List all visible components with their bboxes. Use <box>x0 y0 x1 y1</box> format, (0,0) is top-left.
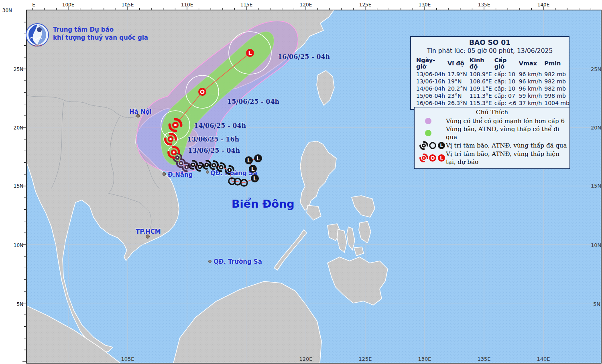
axis-left-30n-clipped: 30N <box>2 8 12 13</box>
storm-bulletin-page: L <box>0 0 602 364</box>
axis-top-140e: 140E <box>537 2 550 8</box>
axis-top-corner-e: E <box>32 2 35 8</box>
legend-item-label: Vị trí tâm bão, ATNĐ, vùng thấp hiện tại… <box>446 150 567 166</box>
axis-right-5n: 5N <box>593 301 600 307</box>
city-label-hanoi: Hà Nội <box>129 108 152 115</box>
axis-bottom-135e: 135E <box>477 356 490 362</box>
city-dot-hoang-sa <box>206 171 209 174</box>
nchmf-logo: NCHMF <box>25 22 50 48</box>
axis-right-25n: 25N <box>591 66 601 72</box>
axis-left-25n: 25N <box>14 67 23 72</box>
table-row: 15/06-04h23°N111.3°Ecấp: 0759 km/h998 mb <box>415 92 571 99</box>
storm-info-panel: BAO SO 01 Tin phát lúc: 05 giờ 00 phút, … <box>410 36 569 110</box>
axis-bottom-105e: 105E <box>121 356 134 362</box>
track-time-label-0: 13/06/25 - 04h <box>188 147 240 154</box>
axis-top-105e: 105E <box>122 2 134 8</box>
org-title-line1: Trung tâm Dự báo <box>53 26 148 34</box>
past-symbols-icon <box>419 141 446 150</box>
legend-item-wind-area: Vùng có thể có gió mạnh lớn hơn cấp 6 <box>417 117 567 125</box>
green-area-icon <box>425 130 431 136</box>
axis-top-110e: 110E <box>181 2 193 8</box>
axis-top-120e: 120E <box>300 2 312 8</box>
city-label-truong-sa: QĐ. Trường Sa <box>214 258 262 265</box>
legend-item-label: Vị trí tâm bão, ATNĐ, vùng thấp đã qua <box>446 142 567 150</box>
org-header: NCHMF Trung tâm Dự báo khí tượng thuỷ vă… <box>25 22 148 48</box>
axis-top-100e: 100E <box>62 2 75 8</box>
legend-item-forecast-position: Vị trí tâm bão, ATNĐ, vùng thấp hiện tại… <box>417 150 567 166</box>
col-time: Ngày-giờ <box>415 57 446 71</box>
axis-right-15n: 15N <box>591 183 601 189</box>
legend-item-label: Vùng bão, ATNĐ, vùng thấp có thể đi qua <box>446 125 567 141</box>
org-title-line2: khí tượng thuỷ văn quốc gia <box>53 34 148 42</box>
axis-bottom-130e: 130E <box>418 356 431 362</box>
col-pmin: Pmin <box>543 57 571 71</box>
storm-title: BAO SO 01 <box>411 38 569 47</box>
table-row: 13/06-04h17.9°N108.9°Ecấp: 1096 km/h982 … <box>415 71 571 78</box>
legend-item-label: Vùng có thể có gió mạnh lớn hơn cấp 6 <box>446 117 565 125</box>
org-title: Trung tâm Dự báo khí tượng thuỷ văn quốc… <box>53 22 148 42</box>
city-label-hcm: TP.HCM <box>136 228 161 235</box>
purple-area-icon <box>425 118 431 124</box>
axis-top-115e: 115E <box>240 2 253 8</box>
bulletin-issued-time: Tin phát lúc: 05 giờ 00 phút, 13/06/2025 <box>411 47 569 55</box>
city-label-danang: Đ.Nẵng <box>168 171 193 178</box>
forecast-symbols-icon <box>419 154 446 162</box>
col-lat: Vĩ độ <box>446 57 468 71</box>
axis-left-20n: 20N <box>14 125 23 131</box>
track-time-label-4: 16/06/25 - 04h <box>278 53 330 61</box>
col-vmax: Vmax <box>518 57 543 71</box>
axis-left-10n: 10N <box>14 243 23 248</box>
forecast-table: Ngày-giờ Vĩ độ Kinh độ Cấp gió Vmax Pmin… <box>415 57 571 107</box>
axis-right-10n: 10N <box>591 242 601 248</box>
axis-top-125e: 125E <box>359 2 372 8</box>
track-time-label-3: 15/06/25 - 04h <box>227 98 280 105</box>
axis-right-20n: 20N <box>591 125 601 131</box>
axis-bottom-120e: 120E <box>299 356 312 362</box>
axis-bottom-140e: 140E <box>537 356 550 362</box>
nchmf-logo-text: NCHMF <box>33 44 42 47</box>
track-time-label-2: 14/06/25 - 04h <box>194 122 246 129</box>
axis-left-15n: 15N <box>14 183 23 189</box>
legend-title: Chú Thích <box>417 109 567 116</box>
axis-left-5n: 5N <box>16 301 23 307</box>
track-time-label-1: 13/06/25 - 16h <box>187 135 240 143</box>
legend-item-past-position: Vị trí tâm bão, ATNĐ, vùng thấp đã qua <box>417 141 567 150</box>
legend-panel: Chú Thích Vùng có thể có gió mạnh lớn hơ… <box>414 107 570 169</box>
city-dot-danang <box>163 172 166 176</box>
col-lon: Kinh độ <box>468 57 493 71</box>
forecast-table-header: Ngày-giờ Vĩ độ Kinh độ Cấp gió Vmax Pmin <box>415 57 571 71</box>
axis-bottom-125e: 125E <box>358 356 372 362</box>
sea-label-bien-dong: Biển Đông <box>232 197 295 210</box>
table-row: 13/06-16h19°N108.6°Ecấp: 1096 km/h982 mb <box>415 78 571 85</box>
axis-top-130e: 130E <box>419 2 431 8</box>
city-dot-truong-sa <box>209 260 212 263</box>
legend-item-pass-area: Vùng bão, ATNĐ, vùng thấp có thể đi qua <box>417 125 567 141</box>
col-wind: Cấp gió <box>493 57 518 71</box>
table-row: 16/06-04h26.3°N115.3°Ecấp: <637 km/h1004… <box>415 99 571 107</box>
table-row: 14/06-04h20.2°N109.1°Ecấp: 1096 km/h982 … <box>415 85 571 92</box>
axis-top-135e: 135E <box>478 2 490 8</box>
